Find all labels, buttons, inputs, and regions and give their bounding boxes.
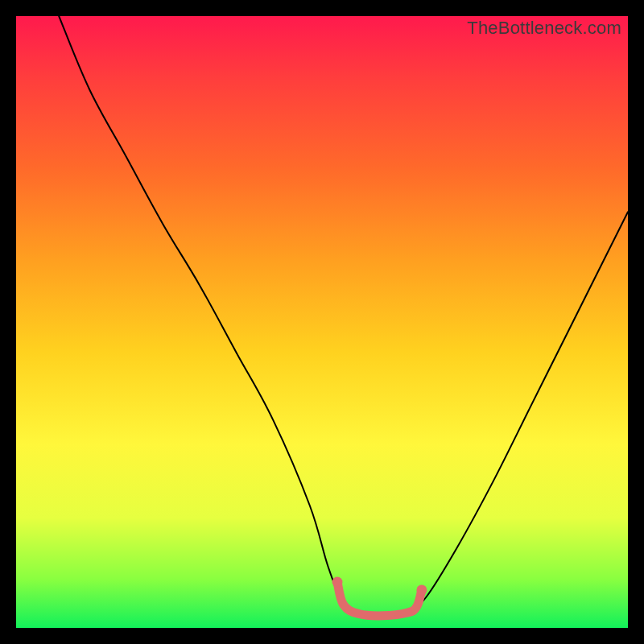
main-curve: [59, 16, 628, 616]
watermark-text: TheBottleneck.com: [467, 18, 621, 39]
flat-bottom-highlight: [337, 582, 422, 616]
highlight-endpoint-right: [416, 584, 427, 595]
highlight-endpoint-left: [332, 577, 343, 588]
chart-svg: [16, 16, 628, 628]
chart-container: TheBottleneck.com: [0, 0, 644, 644]
plot-area: TheBottleneck.com: [16, 16, 628, 628]
